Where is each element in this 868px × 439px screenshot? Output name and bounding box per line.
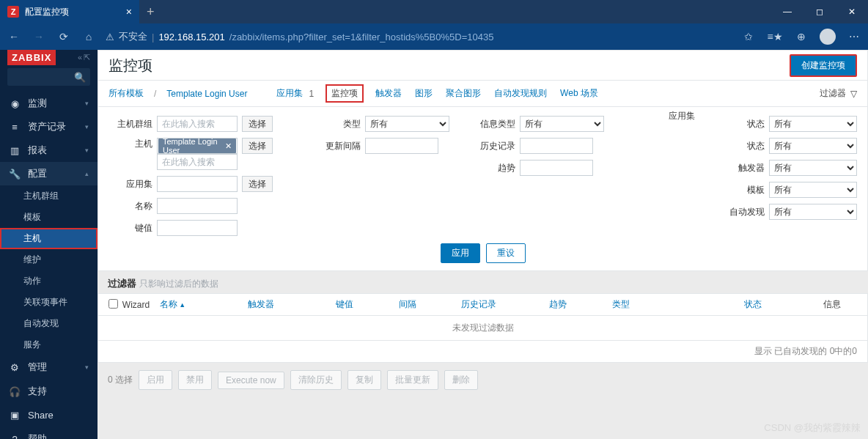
close-icon[interactable]: ×	[126, 6, 132, 18]
breadcrumb-template[interactable]: Template Login User	[166, 89, 247, 99]
tab-triggers[interactable]: 触发器	[374, 86, 403, 101]
hostgroup-select-button[interactable]: 选择	[242, 116, 273, 132]
tab-discovery[interactable]: 自动发现规则	[493, 86, 548, 101]
home-icon[interactable]: ⌂	[81, 29, 97, 45]
type-select[interactable]: 所有	[365, 116, 449, 132]
sidebar-item-actions[interactable]: 动作	[0, 270, 98, 292]
sidebar-item-services[interactable]: 服务	[0, 334, 98, 355]
sidebar-item-maintenance[interactable]: 维护	[0, 249, 98, 270]
th-triggers[interactable]: 触发器	[248, 298, 336, 311]
tab-applications-count: 1	[307, 87, 315, 100]
host-select-button[interactable]: 选择	[242, 138, 273, 154]
discovery-select[interactable]: 所有	[769, 204, 857, 220]
address-bar[interactable]: ⚠ 不安全 | 192.168.15.201/zabbix/items.php?…	[106, 30, 732, 43]
main-content: 监控项 创建监控项 所有模板 / Template Login User 应用集…	[98, 50, 868, 439]
th-type[interactable]: 类型	[612, 298, 669, 311]
triggers-select[interactable]: 所有	[769, 160, 857, 176]
new-tab-button[interactable]: +	[139, 4, 162, 20]
host-input[interactable]	[157, 154, 238, 170]
profile-avatar[interactable]	[820, 29, 836, 45]
sidebar-search[interactable]: 🔍	[7, 68, 90, 86]
th-key[interactable]: 键值	[336, 298, 399, 311]
minimize-icon[interactable]: ―	[771, 0, 803, 23]
forward-icon[interactable]: →	[31, 29, 47, 45]
close-window-icon[interactable]: ✕	[836, 0, 868, 23]
enable-button[interactable]: 启用	[139, 370, 172, 390]
app-input[interactable]	[157, 176, 238, 192]
state-select[interactable]: 所有	[769, 116, 857, 132]
label-interval: 更新间隔	[317, 140, 361, 152]
headset-icon: 🎧	[9, 386, 21, 397]
interval-input[interactable]	[365, 138, 438, 154]
sidebar-item-correlation[interactable]: 关联项事件	[0, 292, 98, 313]
reader-icon[interactable]: ✩	[740, 29, 757, 45]
reset-button[interactable]: 重设	[486, 243, 526, 263]
copy-button[interactable]: 复制	[347, 370, 381, 390]
maximize-icon[interactable]: ◻	[803, 0, 836, 23]
sidebar-item-configuration[interactable]: 🔧配置▴	[0, 162, 98, 185]
label-app: 应用集	[108, 178, 152, 191]
sidebar-item-share[interactable]: ▣Share	[0, 404, 98, 427]
sidebar-item-templates[interactable]: 模板	[0, 207, 98, 228]
sidebar-item-reports[interactable]: ▥报表▾	[0, 139, 98, 162]
sidebar-item-help[interactable]: ?帮助	[0, 427, 98, 439]
apply-button[interactable]: 应用	[441, 243, 480, 263]
tab-items[interactable]: 监控项	[326, 84, 364, 103]
key-input[interactable]	[157, 220, 238, 236]
tab-applications[interactable]: 应用集	[275, 86, 304, 101]
back-icon[interactable]: ←	[6, 29, 22, 45]
search-icon: 🔍	[74, 72, 86, 83]
chevron-down-icon: ▾	[85, 123, 89, 130]
infotype-select[interactable]: 所有	[520, 116, 604, 132]
template-select[interactable]: 所有	[769, 182, 857, 198]
sidebar-item-hostgroups[interactable]: 主机群组	[0, 185, 98, 207]
th-history[interactable]: 历史记录	[461, 298, 549, 311]
gear-icon: ⚙	[9, 362, 21, 373]
host-tag[interactable]: Template Login User✕	[158, 139, 236, 153]
remove-tag-icon[interactable]: ✕	[225, 141, 232, 151]
th-trends[interactable]: 趋势	[549, 298, 612, 311]
sidebar-item-administration[interactable]: ⚙管理▾	[0, 355, 98, 379]
clear-history-button[interactable]: 清除历史	[290, 370, 342, 390]
disable-button[interactable]: 禁用	[178, 370, 212, 390]
refresh-icon[interactable]: ⟳	[56, 29, 72, 45]
select-all-checkbox[interactable]	[108, 299, 118, 309]
delete-button[interactable]: 删除	[444, 370, 478, 390]
sidebar-item-monitoring[interactable]: ◉监测▾	[0, 92, 98, 115]
create-item-button[interactable]: 创建监控项	[790, 54, 857, 77]
sidebar-item-inventory[interactable]: ≡资产记录▾	[0, 115, 98, 139]
execute-now-button[interactable]: Execute now	[218, 372, 284, 389]
name-input[interactable]	[157, 198, 238, 214]
insecure-label: 不安全	[119, 30, 147, 43]
list-icon: ≡	[9, 122, 21, 133]
wrench-icon: 🔧	[9, 169, 21, 180]
status-select[interactable]: 所有	[769, 138, 857, 154]
breadcrumb-root[interactable]: 所有模板	[108, 87, 144, 100]
hostgroup-input[interactable]	[157, 116, 238, 132]
trends-input[interactable]	[520, 160, 593, 176]
history-input[interactable]	[520, 138, 593, 154]
mass-update-button[interactable]: 批量更新	[387, 370, 438, 390]
tab-graphs[interactable]: 图形	[413, 86, 434, 101]
app-select-button[interactable]: 选择	[242, 176, 273, 192]
sidebar-item-discovery[interactable]: 自动发现	[0, 313, 98, 334]
th-name[interactable]: 名称▲	[160, 298, 248, 311]
th-status[interactable]: 状态	[744, 298, 807, 311]
favicon: Z	[7, 6, 19, 18]
sidebar-item-support[interactable]: 🎧支持	[0, 379, 98, 404]
tab-web[interactable]: Web 场景	[559, 86, 600, 101]
menu-icon[interactable]: ⋯	[846, 29, 862, 45]
browser-toolbar: ← → ⟳ ⌂ ⚠ 不安全 | 192.168.15.201/zabbix/it…	[0, 23, 868, 50]
insecure-icon: ⚠	[106, 32, 114, 43]
table-footer: 显示 已自动发现的 0中的0	[98, 340, 867, 362]
collapse-sidebar-icon[interactable]: «⇱	[78, 53, 90, 62]
favorites-icon[interactable]: ≡★	[767, 29, 783, 45]
browser-tab[interactable]: Z 配置监控项 ×	[0, 0, 139, 23]
label-name: 名称	[108, 200, 152, 213]
collections-icon[interactable]: ⊕	[793, 29, 809, 45]
tab-screens[interactable]: 聚合图形	[444, 86, 482, 101]
th-interval[interactable]: 间隔	[399, 298, 462, 311]
items-table: Wizard 名称▲ 触发器 键值 间隔 历史记录 趋势 类型 应用集 状态 信…	[98, 293, 868, 363]
filter-toggle[interactable]: 过滤器 ▽	[820, 87, 857, 100]
sidebar-item-hosts[interactable]: 主机	[0, 228, 98, 249]
